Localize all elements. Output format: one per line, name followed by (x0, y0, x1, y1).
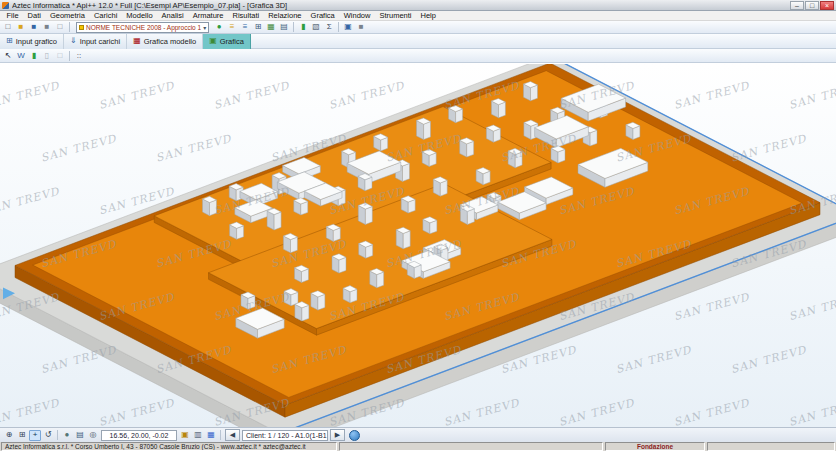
menu-strumenti[interactable]: Strumenti (375, 11, 416, 20)
viewport-3d[interactable]: SAN TREVDSAN TREVDSAN TREVDSAN TREVDSAN … (0, 63, 836, 427)
watermark-text: SAN TREVD (0, 185, 61, 218)
shaded-view-icon[interactable]: □ (54, 50, 66, 61)
tab-grafica-modello[interactable]: ▦ Grafica modello (127, 34, 203, 49)
copy-view-icon[interactable]: ▥ (192, 430, 204, 441)
wireframe-icon[interactable]: W (15, 50, 27, 61)
menu-help[interactable]: Help (416, 11, 440, 20)
toolbar-separator (293, 22, 294, 32)
menu-armature[interactable]: Armature (188, 11, 228, 20)
copy-icon[interactable]: □ (54, 22, 66, 33)
minimize-button[interactable]: – (790, 1, 804, 10)
menu-relazione[interactable]: Relazione (264, 11, 306, 20)
pan-icon[interactable]: + (29, 430, 41, 441)
window-controls: – □ × (790, 1, 834, 10)
watermark-text: SAN TREVD (672, 79, 751, 112)
print-preview-icon[interactable]: ■ (355, 22, 367, 33)
watermark-text: SAN TREVD (97, 79, 176, 112)
menu-geometria[interactable]: Geometria (45, 11, 89, 20)
loads-icon[interactable]: ≡ (226, 22, 238, 33)
sections-icon[interactable]: ≡ (239, 22, 251, 33)
menu-window[interactable]: Window (339, 11, 375, 20)
watermark-text: SAN TREVD (0, 396, 61, 427)
watermark-text: SAN TREVD (39, 343, 118, 376)
tab-label: Input carichi (80, 37, 120, 46)
open-folder-icon[interactable]: ■ (15, 22, 27, 33)
toolbar-separator (69, 22, 70, 32)
statusbar-tool-icons: ▣▥▦ (179, 430, 223, 441)
scene-3d: SAN TREVDSAN TREVDSAN TREVDSAN TREVDSAN … (0, 64, 836, 427)
tab-label: Grafica modello (144, 37, 197, 46)
toolbar-separator (69, 51, 70, 61)
window-title: Aztec Informatica * Api++ 12.0 * Full [C… (12, 1, 787, 10)
calc-icon[interactable]: Σ (323, 22, 335, 33)
watermark-text: SAN TREVD (729, 343, 808, 376)
tab-input-grafico[interactable]: ⊞ Input grafico (0, 34, 64, 49)
watermark-text: SAN TREVD (39, 132, 118, 165)
save-icon[interactable]: ■ (28, 22, 40, 33)
chevron-down-icon: ▾ (203, 24, 206, 31)
maximize-button[interactable]: □ (805, 1, 819, 10)
toolbar-model-group: ●≡≡⊞▦▤▮▧Σ▣■ (213, 22, 367, 33)
watermark-text: SAN TREVD (97, 396, 176, 427)
close-button[interactable]: × (820, 1, 834, 10)
watermark-text: SAN TREVD (614, 343, 693, 376)
watermark-text: SAN TREVD (787, 290, 836, 323)
menu-analisi[interactable]: Analisi (157, 11, 188, 20)
menu-carichi[interactable]: Carichi (89, 11, 121, 20)
toolbar-views: ⊞ Input grafico ⇓ Input carichi ▦ Grafic… (0, 34, 836, 49)
mesh-icon[interactable]: ▦ (265, 22, 277, 33)
toolbar-separator (220, 430, 221, 440)
watermark-text: SAN TREVD (787, 396, 836, 427)
info-bar: Aztec Informatica s.r.l. * Corso Umberto… (0, 442, 836, 451)
hidden-lines-icon[interactable]: ▯ (41, 50, 53, 61)
window-icon[interactable]: ▣ (342, 22, 354, 33)
grid-icon[interactable]: ▦ (205, 430, 217, 441)
orbit-icon[interactable]: ↺ (42, 430, 54, 441)
toolbar-view-tools: ↖W▮▯□:: (0, 49, 836, 63)
zoom-window-icon[interactable]: ⊞ (16, 430, 28, 441)
status-panel-right (707, 442, 835, 451)
module-label: Fondazione (605, 442, 705, 451)
options-icon[interactable]: ▧ (310, 22, 322, 33)
coordinates-field[interactable]: 16.56, 20.00, -0.02 (101, 430, 177, 441)
menu-risultati[interactable]: Risultati (228, 11, 264, 20)
solid-view-icon[interactable]: ▮ (28, 50, 40, 61)
watermark-text: SAN TREVD (442, 396, 521, 427)
table-icon[interactable]: ⊞ (252, 22, 264, 33)
menu-modello[interactable]: Modello (122, 11, 157, 20)
redraw-icon[interactable]: ● (61, 430, 73, 441)
materials-icon[interactable]: ● (213, 22, 225, 33)
app-window: Aztec Informatica * Api++ 12.0 * Full [C… (0, 0, 836, 451)
watermark-text: SAN TREVD (154, 132, 233, 165)
tab-grafica[interactable]: ▣ Grafica (203, 34, 251, 49)
fit-view-icon[interactable]: ◎ (87, 430, 99, 441)
design-code-combo[interactable]: NORME TECNICHE 2008 - Approccio 1 ▾ (76, 22, 209, 33)
status-panel-empty (339, 442, 603, 451)
chart-icon[interactable]: ▮ (297, 22, 309, 33)
watermark-text: SAN TREVD (557, 396, 636, 427)
menu-grafica[interactable]: Grafica (306, 11, 339, 20)
grafica-modello-icon: ▦ (133, 37, 141, 45)
print-icon[interactable]: ■ (41, 22, 53, 33)
watermark-text: SAN TREVD (672, 290, 751, 323)
toolbar-separator (57, 430, 58, 440)
zoom-icon[interactable]: ⊕ (3, 430, 15, 441)
snap-grid-icon[interactable]: :: (73, 50, 85, 61)
design-code-value: NORME TECNICHE 2008 - Approccio 1 (86, 24, 201, 31)
input-grafico-icon: ⊞ (6, 37, 13, 45)
menu-bar: FileDatiGeometriaCarichiModelloAnalisiAr… (0, 11, 836, 21)
prev-combination-button[interactable]: ◀ (225, 429, 240, 441)
watermark-text: SAN TREVD (0, 79, 61, 112)
statusbar-nav-icons: ⊕⊞+↺●▤◎ (3, 430, 99, 441)
combination-field[interactable]: Client: 1 / 120 - A1.0(1-B1 (242, 430, 328, 441)
next-combination-button[interactable]: ▶ (330, 429, 345, 441)
capture-icon[interactable]: ▣ (179, 430, 191, 441)
menu-file[interactable]: File (2, 11, 23, 20)
tab-input-carichi[interactable]: ⇓ Input carichi (64, 34, 127, 49)
menu-dati[interactable]: Dati (23, 11, 45, 20)
globe-icon[interactable] (349, 430, 360, 441)
new-file-icon[interactable]: □ (2, 22, 14, 33)
layers-icon[interactable]: ▤ (74, 430, 86, 441)
data-table-icon[interactable]: ▤ (278, 22, 290, 33)
pointer-icon[interactable]: ↖ (2, 50, 14, 61)
